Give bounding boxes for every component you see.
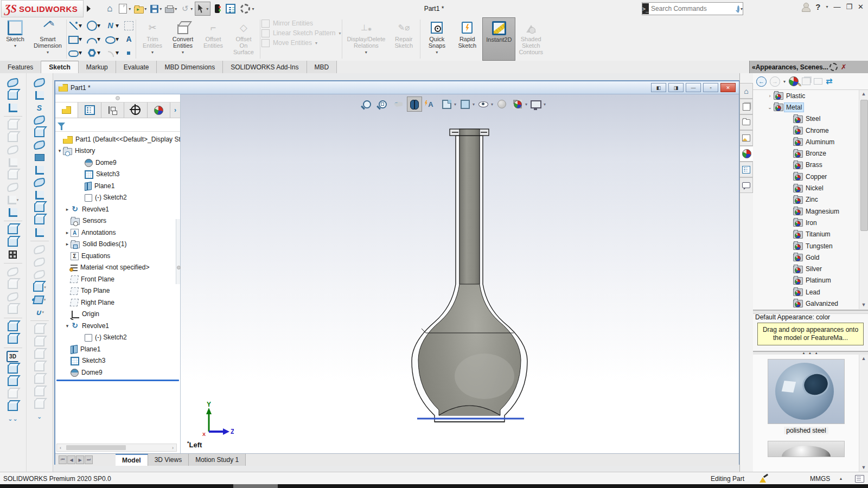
- help-button[interactable]: ?: [815, 2, 820, 11]
- dropdown-arrow-icon[interactable]: ▾: [116, 22, 124, 30]
- tree-item[interactable]: ▾ ↻ Revolve1: [55, 320, 180, 332]
- cad-tool-button[interactable]: [8, 303, 18, 316]
- cad-tool-button[interactable]: [34, 398, 45, 410]
- tree-item[interactable]: (-) Sketch2: [55, 192, 180, 204]
- ellipse-tool-icon[interactable]: [105, 36, 116, 44]
- tab-displaymanager[interactable]: [148, 102, 170, 118]
- tree-item[interactable]: Sketch3: [55, 355, 180, 367]
- mirror-entities-button[interactable]: Mirror Entities: [261, 20, 341, 28]
- forward-button[interactable]: →: [770, 76, 780, 87]
- display-delete-relations-button[interactable]: ⊥◉ Display/Delete Relations ▾: [343, 17, 388, 61]
- offset-on-surface-button[interactable]: ◇ Offset On Surface: [228, 17, 259, 61]
- tree-item[interactable]: Part1 (Default<<Default>_Display Sta: [55, 133, 180, 145]
- cad-tool-button[interactable]: [8, 278, 18, 291]
- dropdown-arrow-icon[interactable]: ▾: [116, 49, 124, 57]
- command-tab[interactable]: Sketch: [41, 61, 78, 73]
- smart-dimension-button[interactable]: Smart Dimension ▾: [30, 17, 65, 61]
- units-selector[interactable]: MMGS: [810, 475, 830, 483]
- cad-tool-button[interactable]: [34, 386, 45, 398]
- scroll-down-icon[interactable]: ▼: [859, 464, 868, 472]
- appearance-tree-item[interactable]: Nickel: [753, 182, 859, 194]
- document-tab[interactable]: Model: [116, 454, 148, 466]
- command-tab[interactable]: SOLIDWORKS Add-Ins: [223, 61, 307, 73]
- options-button[interactable]: [224, 2, 237, 15]
- appearance-tree-item[interactable]: Iron: [753, 217, 859, 228]
- dropdown-arrow-icon[interactable]: ▾: [365, 50, 367, 55]
- tags-icon[interactable]: [855, 475, 864, 483]
- cad-tool-button[interactable]: [35, 164, 44, 176]
- repair-sketch-button[interactable]: ✎⌀ Repair Sketch: [388, 17, 419, 61]
- dropdown-arrow-icon[interactable]: ▾: [97, 35, 105, 43]
- polygon-tool-icon[interactable]: [88, 49, 96, 57]
- cad-tool-button[interactable]: [7, 181, 19, 194]
- dropdown-arrow-icon[interactable]: ▾: [97, 22, 105, 30]
- doc-close-button[interactable]: ✕: [720, 83, 736, 92]
- appearance-tree-item[interactable]: Brass: [753, 159, 859, 171]
- cad-tool-button[interactable]: ∪ ▾: [35, 306, 44, 318]
- dropdown-arrow-icon[interactable]: ▾: [159, 7, 162, 11]
- sketch-button[interactable]: Sketch ▾: [0, 17, 30, 61]
- appearance-tree-item[interactable]: Silver: [753, 263, 859, 274]
- cad-tool-button[interactable]: [8, 375, 18, 388]
- tab-forum[interactable]: [740, 177, 753, 193]
- command-tab[interactable]: MBD Dimensions: [157, 61, 223, 73]
- tab-file-explorer[interactable]: [740, 114, 753, 130]
- expander-icon[interactable]: ▸: [64, 241, 71, 247]
- tree-item[interactable]: Material <not specified>: [55, 262, 180, 274]
- dropdown-arrow-icon[interactable]: ▾: [97, 49, 105, 57]
- circle-tool-icon[interactable]: [87, 21, 97, 31]
- move-entities-button[interactable]: Move Entities▾: [261, 39, 341, 47]
- cad-tool-button[interactable]: [34, 268, 46, 281]
- logo-expand-arrow-icon[interactable]: [87, 5, 91, 12]
- dropdown-arrow-icon[interactable]: ▾: [182, 50, 184, 55]
- dropdown-arrow-icon[interactable]: ▾: [206, 7, 208, 11]
- command-tab[interactable]: Markup: [79, 61, 116, 73]
- cad-tool-button[interactable]: ▾: [34, 293, 46, 306]
- tree-item[interactable]: Top Plane: [55, 285, 180, 297]
- appearance-tree-item[interactable]: › Plastic: [753, 90, 859, 101]
- tab-view-palette[interactable]: [740, 130, 753, 146]
- dropdown-arrow-icon[interactable]: ▾: [14, 43, 16, 48]
- appearance-tree-item[interactable]: Titanium: [753, 229, 859, 240]
- tree-item[interactable]: (-) Sketch2: [55, 332, 180, 344]
- cad-tool-button[interactable]: [34, 201, 45, 214]
- cad-tool-button[interactable]: [7, 266, 19, 278]
- tree-item[interactable]: ▸ A Annotations: [55, 227, 180, 239]
- new-document-button[interactable]: ▾: [117, 2, 132, 15]
- tab-configurationmanager[interactable]: [101, 102, 124, 118]
- offset-entities-button[interactable]: ⌐ Offset Entities: [198, 17, 228, 61]
- cad-tool-button[interactable]: [8, 236, 18, 248]
- prev-tab-icon[interactable]: ◀: [67, 455, 75, 464]
- thumbnail-scrollbar[interactable]: ▲ ▼: [859, 355, 868, 472]
- tab-appearances[interactable]: [740, 146, 753, 162]
- sketch-picture-icon[interactable]: [124, 21, 133, 30]
- cad-tool-button[interactable]: S: [37, 101, 42, 114]
- command-tab[interactable]: Features: [0, 61, 41, 73]
- expander-icon[interactable]: ›: [766, 93, 774, 99]
- scrollbar-thumb[interactable]: [66, 445, 126, 450]
- scroll-down-icon[interactable]: ▼: [859, 301, 868, 309]
- tree-item[interactable]: Front Plane: [55, 273, 180, 285]
- units-dropdown-icon[interactable]: ▴: [840, 476, 842, 481]
- command-tab[interactable]: MBD: [307, 61, 337, 73]
- flask-model[interactable]: [181, 94, 739, 441]
- appearance-tree-item[interactable]: Bronze: [753, 147, 859, 159]
- user-account-icon[interactable]: [801, 3, 810, 11]
- search-icon[interactable]: [737, 5, 739, 12]
- scrollbar-thumb[interactable]: [860, 100, 868, 231]
- rebuild-button[interactable]: [212, 2, 223, 15]
- cad-tool-button[interactable]: [35, 151, 45, 164]
- search-commands-box[interactable]: >_ ▾: [642, 2, 743, 15]
- tab-propertymanager[interactable]: [78, 102, 101, 118]
- cad-tool-button[interactable]: [9, 156, 18, 169]
- spline-tool-icon[interactable]: N: [106, 22, 114, 30]
- cad-tool-button[interactable]: [8, 320, 18, 333]
- point-tool-icon[interactable]: [127, 52, 130, 55]
- appearance-tree-item[interactable]: Lead: [753, 286, 859, 298]
- minimize-button[interactable]: —: [833, 3, 840, 11]
- tree-item[interactable]: Sensors: [55, 215, 180, 227]
- panel-splitter[interactable]: [55, 94, 180, 102]
- doc-minimize-button[interactable]: —: [686, 83, 701, 92]
- quick-snaps-button[interactable]: Quick Snaps ▾: [422, 17, 452, 61]
- instant2d-button[interactable]: Instant2D: [482, 17, 515, 61]
